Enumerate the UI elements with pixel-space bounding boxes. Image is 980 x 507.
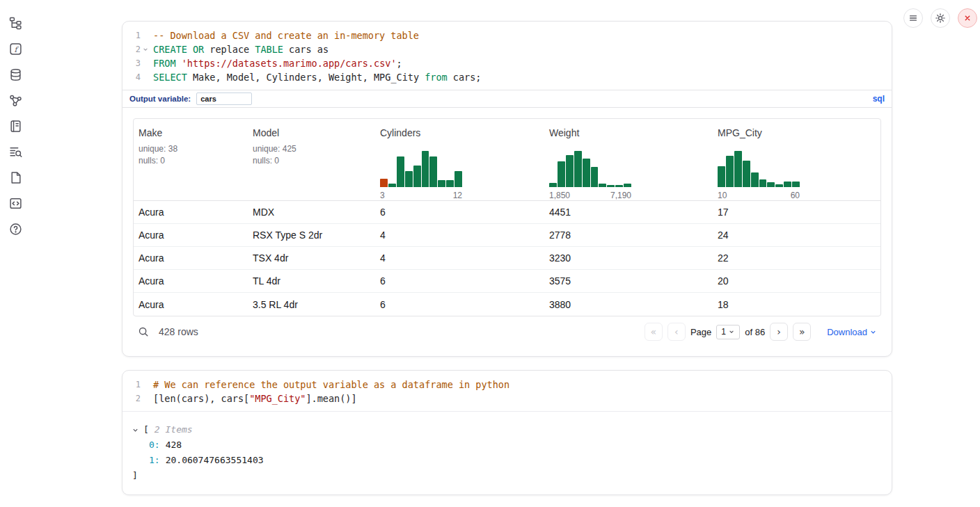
cylinders-histogram	[380, 151, 462, 187]
column-header-model[interactable]: Model	[253, 127, 375, 138]
pagination: « ‹ Page 1 of 86 › » Download	[645, 323, 876, 341]
documentation-icon[interactable]	[8, 170, 22, 184]
language-badge: sql	[873, 94, 885, 104]
gear-icon[interactable]	[931, 8, 950, 28]
mpg-city-histogram	[718, 151, 800, 187]
histogram-bar	[743, 161, 750, 187]
cell-model: RSX Type S 2dr	[248, 230, 375, 241]
cell-mpg-city: 18	[713, 299, 880, 310]
next-page-icon[interactable]: ›	[770, 323, 788, 341]
histogram-bar	[775, 184, 783, 187]
histogram-bar	[792, 182, 800, 187]
dependency-graph-icon[interactable]	[8, 93, 22, 107]
sql-code-editor[interactable]: 1 -- Download a CSV and create an in-mem…	[122, 22, 892, 90]
histogram-bar	[397, 156, 404, 187]
python-code-editor[interactable]: 1 # We can reference the output variable…	[122, 371, 892, 411]
output-variable-label: Output variable:	[129, 95, 191, 103]
output-variable-input[interactable]	[196, 92, 252, 105]
scratchpad-icon[interactable]: f	[8, 42, 22, 56]
histogram-bar	[558, 161, 565, 187]
item-value: 428	[166, 437, 182, 453]
cell-model: TL 4dr	[248, 275, 375, 287]
chevron-down-icon	[870, 329, 876, 335]
close-icon[interactable]	[958, 8, 977, 28]
cell-make: Acura	[134, 252, 248, 264]
column-stat-unique: unique: 38	[139, 143, 248, 155]
download-button[interactable]: Download	[827, 327, 876, 337]
table-row[interactable]: Acura 3.5 RL 4dr 6 3880 18	[134, 293, 880, 316]
cell-cylinders: 4	[375, 230, 544, 241]
last-page-icon[interactable]: »	[793, 323, 811, 341]
histogram-bar	[566, 155, 574, 187]
snippets-icon[interactable]	[8, 196, 22, 210]
column-header-weight[interactable]: Weight	[549, 127, 713, 138]
cell-weight: 4451	[544, 207, 713, 218]
item-key: 0:	[149, 437, 160, 453]
axis-max-label: 12	[453, 191, 462, 200]
histogram-bar	[591, 167, 599, 187]
item-value: 20.060747663551403	[166, 453, 264, 468]
axis-min-label: 3	[380, 191, 385, 200]
histogram-bar	[429, 156, 437, 187]
code-comment: # We can reference the output variable a…	[153, 379, 509, 390]
first-page-icon[interactable]: «	[645, 323, 663, 341]
row-count: 428 rows	[159, 326, 198, 337]
table-row[interactable]: Acura TSX 4dr 4 3230 22	[134, 247, 880, 270]
fold-chevron-icon[interactable]	[141, 42, 150, 56]
search-icon[interactable]	[138, 325, 150, 338]
axis-max-label: 60	[791, 191, 800, 200]
line-number: 1	[122, 29, 141, 42]
table-row[interactable]: Acura RSX Type S 2dr 4 2778 24	[134, 224, 880, 247]
histogram-bar	[574, 151, 582, 187]
data-table: Make unique: 38 nulls: 0 Model unique: 4…	[133, 118, 881, 316]
histogram-bar	[405, 171, 413, 187]
axis-max-label: 7,190	[610, 191, 631, 200]
axis-min-label: 1,850	[549, 191, 570, 200]
close-bracket: ]	[132, 468, 138, 483]
histogram-bar	[446, 180, 454, 187]
column-header-make[interactable]: Make	[139, 127, 248, 138]
histogram-bar	[624, 184, 631, 187]
list-item: 1: 20.060747663551403	[132, 453, 880, 468]
menu-icon[interactable]	[903, 8, 923, 28]
column-header-mpg-city[interactable]: MPG_City	[718, 127, 880, 138]
code-line: 3 FROM 'https://datasets.marimo.app/cars…	[122, 56, 892, 70]
cell-weight: 3230	[544, 252, 713, 264]
code-string: "MPG_City"	[249, 393, 306, 404]
histogram-bar	[380, 179, 388, 187]
list-item: 0: 428	[132, 437, 880, 453]
histogram-bar	[734, 151, 742, 187]
table-row[interactable]: Acura MDX 6 4451 17	[134, 201, 880, 224]
column-stat-nulls: nulls: 0	[139, 155, 248, 167]
help-icon[interactable]	[8, 222, 22, 236]
histogram-bar	[438, 180, 445, 187]
histogram-bar	[455, 171, 462, 187]
code-line: 2 [len(cars), cars["MPG_City"].mean()]	[122, 392, 892, 405]
column-stat-unique: unique: 425	[253, 143, 375, 155]
histogram-bar	[718, 166, 725, 187]
cell-cylinders: 6	[375, 299, 544, 310]
logs-icon[interactable]	[8, 145, 22, 159]
output-variable-bar: Output variable: sql	[122, 90, 892, 108]
cell-weight: 3575	[544, 275, 713, 287]
collapse-icon[interactable]	[132, 427, 141, 433]
column-header-cylinders[interactable]: Cylinders	[380, 127, 544, 138]
python-output-tree: [ 2 Items 0: 428 1: 20.060747663551403 ]	[122, 411, 892, 483]
prev-page-icon[interactable]: ‹	[667, 323, 686, 341]
table-row[interactable]: Acura TL 4dr 6 3575 20	[134, 270, 880, 293]
sql-cell-output: Make unique: 38 nulls: 0 Model unique: 4…	[122, 108, 892, 347]
histogram-bar	[615, 185, 623, 187]
page-select[interactable]: 1	[716, 325, 740, 339]
code-line: 1 # We can reference the output variable…	[122, 378, 892, 392]
svg-text:f: f	[14, 45, 19, 53]
cell-weight: 3880	[544, 299, 713, 310]
datasources-icon[interactable]	[8, 67, 22, 81]
file-tree-icon[interactable]	[8, 16, 22, 30]
axis-min-label: 10	[718, 191, 727, 200]
notebook-icon[interactable]	[8, 119, 22, 133]
cell-model: 3.5 RL 4dr	[248, 299, 375, 310]
items-count: 2 Items	[155, 422, 193, 437]
histogram-bar	[607, 185, 615, 187]
cell-weight: 2778	[544, 230, 713, 241]
histogram-bar	[583, 159, 590, 187]
